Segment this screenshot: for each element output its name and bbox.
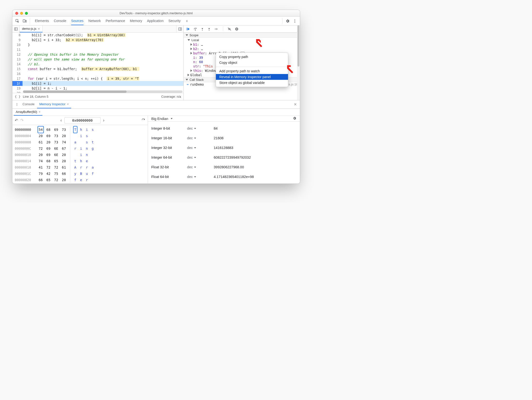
context-menu: Copy property pathCopy objectAdd propert… bbox=[216, 52, 288, 87]
interpretation-settings-gear-icon[interactable] bbox=[293, 116, 296, 121]
devtools-panel-tabs: ElementsConsoleSourcesNetworkPerformance… bbox=[12, 17, 300, 25]
context-menu-item[interactable]: Copy object bbox=[216, 60, 288, 66]
memory-interpretation-view: Big Endian Integer 8-bitdec84Integer 16-… bbox=[148, 116, 300, 184]
code-line[interactable]: 17 for (var i = str.length; i < n; ++i) … bbox=[12, 76, 183, 81]
code-line[interactable]: 11 bbox=[12, 47, 183, 52]
scope-variable-row[interactable]: b2: … bbox=[184, 47, 300, 51]
panel-tab-application[interactable]: Application bbox=[147, 17, 164, 25]
close-buffer-tab-icon[interactable]: × bbox=[39, 110, 41, 114]
sources-code-pane: demo-js.js × 8 b1[i] = str.charCodeAt(i)… bbox=[12, 25, 184, 100]
hex-row[interactable]: 0000000054686973This bbox=[15, 126, 145, 133]
code-line[interactable]: 16 bbox=[12, 71, 183, 76]
minimize-window-icon[interactable] bbox=[20, 12, 23, 15]
step-out-icon[interactable] bbox=[207, 27, 211, 31]
code-line[interactable]: 10 } bbox=[12, 42, 183, 47]
code-line[interactable]: 14 // b1. bbox=[12, 62, 183, 67]
file-tabbar: demo-js.js × bbox=[12, 25, 183, 33]
panel-tab-sources[interactable]: Sources bbox=[71, 17, 84, 25]
scope-header[interactable]: Scope bbox=[184, 33, 300, 38]
context-menu-item[interactable]: Store object as global variable bbox=[216, 80, 288, 86]
hex-row[interactable]: 0000001C79427566yBuf bbox=[15, 170, 145, 177]
drawer-tab-memory-inspector[interactable]: Memory Inspector× bbox=[37, 100, 71, 108]
memory-address-input[interactable] bbox=[64, 117, 101, 124]
redo-icon[interactable]: ↷ bbox=[20, 118, 23, 123]
settings-gear-icon[interactable] bbox=[284, 17, 291, 25]
deactivate-breakpoints-icon[interactable] bbox=[228, 27, 231, 31]
panel-tab-elements[interactable]: Elements bbox=[35, 17, 49, 25]
hex-table[interactable]: 0000000054686973This0000000420697320 is … bbox=[12, 125, 148, 184]
encoding-select[interactable]: dec bbox=[187, 136, 214, 140]
interpretation-row: Integer 64-bitdec6082227239949792032 bbox=[151, 153, 296, 162]
context-menu-item[interactable]: Add property path to watch bbox=[216, 68, 288, 74]
panel-tab-memory[interactable]: Memory bbox=[130, 17, 142, 25]
drawer-tabs: ConsoleMemory Inspector× × bbox=[12, 100, 300, 109]
svg-point-3 bbox=[295, 19, 295, 20]
hex-row[interactable]: 0000000420697320 is bbox=[15, 133, 145, 139]
hex-row[interactable]: 0000000C72696E67ring bbox=[15, 145, 145, 152]
scope-local-header[interactable]: Local bbox=[184, 38, 300, 42]
pretty-print-icon[interactable]: { } bbox=[15, 95, 20, 98]
code-line[interactable]: 12 // Opening this buffer in the Memory … bbox=[12, 52, 183, 57]
close-drawer-tab-icon[interactable]: × bbox=[67, 102, 69, 106]
svg-rect-10 bbox=[187, 28, 187, 30]
svg-point-5 bbox=[295, 22, 295, 22]
more-tabs-button[interactable]: » bbox=[184, 17, 190, 25]
memory-buffer-tab[interactable]: ArrayBuffer(60) × bbox=[14, 109, 42, 116]
debugger-pane: Scope Local b1: …b2: …buffer: ArrayBuffe… bbox=[184, 25, 300, 100]
encoding-select[interactable]: dec bbox=[187, 165, 214, 169]
step-into-icon[interactable] bbox=[201, 27, 204, 31]
hex-row[interactable]: 0000000861207374a st bbox=[15, 139, 145, 145]
step-over-icon[interactable] bbox=[193, 27, 197, 31]
traffic-lights bbox=[12, 12, 28, 15]
code-editor[interactable]: 8 b1[i] = str.charCodeAt(i); b1 = Uint8A… bbox=[12, 33, 183, 93]
context-menu-item[interactable]: Copy property path bbox=[216, 54, 288, 60]
prev-page-icon[interactable]: ‹ bbox=[61, 118, 62, 123]
refresh-icon[interactable] bbox=[141, 118, 145, 123]
code-line[interactable]: 19 b2[i] = n - i - 1; bbox=[12, 86, 183, 91]
memory-navbar: ↶ ↷ ‹ › bbox=[12, 116, 148, 125]
vertical-scrollbar[interactable] bbox=[297, 25, 300, 100]
code-status-bar: { } Line 18, Column 5 Coverage: n/a bbox=[12, 93, 183, 100]
resume-icon[interactable] bbox=[186, 27, 190, 31]
code-line[interactable]: 13 // will open the same view as for ope… bbox=[12, 57, 183, 62]
hex-row[interactable]: 0000001474686520the bbox=[15, 158, 145, 164]
inspect-element-icon[interactable] bbox=[14, 17, 21, 25]
close-tab-icon[interactable]: × bbox=[38, 27, 40, 30]
kebab-menu-icon[interactable] bbox=[291, 17, 298, 25]
panel-tab-performance[interactable]: Performance bbox=[106, 17, 125, 25]
code-line[interactable]: 9 b2[i] = i + 33; b2 = Uint8Array(70) bbox=[12, 37, 183, 42]
endian-select[interactable]: Big Endian bbox=[151, 117, 173, 121]
pause-on-exceptions-icon[interactable] bbox=[235, 27, 239, 31]
toggle-device-icon[interactable] bbox=[21, 17, 28, 25]
horizontal-scrollbar[interactable] bbox=[23, 90, 182, 93]
panel-tab-network[interactable]: Network bbox=[88, 17, 101, 25]
context-menu-item[interactable]: Reveal in Memory Inspector panel bbox=[216, 74, 288, 80]
encoding-select[interactable]: dec bbox=[187, 146, 214, 150]
encoding-select[interactable]: dec bbox=[187, 126, 214, 130]
close-window-icon[interactable] bbox=[15, 12, 18, 15]
show-navigator-icon[interactable] bbox=[12, 25, 20, 32]
code-line[interactable]: 8 b1[i] = str.charCodeAt(i); b1 = Uint8A… bbox=[12, 33, 183, 37]
encoding-select[interactable]: dec bbox=[187, 175, 214, 179]
step-icon[interactable] bbox=[214, 27, 219, 31]
scope-variable-row[interactable]: b1: … bbox=[184, 42, 300, 47]
endian-header: Big Endian bbox=[148, 116, 300, 122]
drawer-kebab-icon[interactable] bbox=[14, 100, 20, 108]
hex-row[interactable]: 0000001020696E20 in bbox=[15, 152, 145, 158]
zoom-window-icon[interactable] bbox=[25, 12, 28, 15]
next-page-icon[interactable]: › bbox=[103, 118, 105, 123]
panel-tab-console[interactable]: Console bbox=[54, 17, 66, 25]
file-tab-demo-js[interactable]: demo-js.js × bbox=[20, 25, 43, 32]
panel-tab-security[interactable]: Security bbox=[168, 17, 181, 25]
code-line[interactable]: 18 b1[i] = i; bbox=[12, 81, 183, 86]
undo-icon[interactable]: ↶ bbox=[15, 118, 18, 123]
show-debugger-icon[interactable] bbox=[176, 25, 183, 32]
interpretation-value: 21608 bbox=[214, 136, 223, 140]
hex-row[interactable]: 0000001841727261Arra bbox=[15, 164, 145, 170]
close-drawer-icon[interactable]: × bbox=[292, 100, 298, 108]
caret-down-icon bbox=[171, 118, 173, 119]
hex-row[interactable]: 0000002066657220fer bbox=[15, 177, 145, 183]
code-line[interactable]: 15 const buffer = b1.buffer; buffer = Ar… bbox=[12, 67, 183, 71]
drawer-tab-console[interactable]: Console bbox=[20, 100, 37, 108]
encoding-select[interactable]: dec bbox=[187, 156, 214, 159]
